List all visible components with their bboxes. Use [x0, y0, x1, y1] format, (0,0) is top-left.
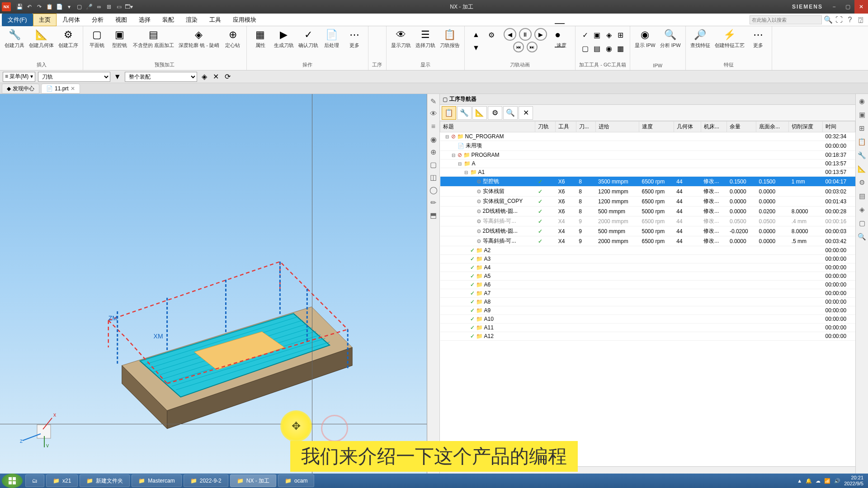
- cube2-icon[interactable]: ⬒: [428, 210, 439, 221]
- menu-render[interactable]: 渲染: [180, 14, 203, 26]
- help-icon[interactable]: ?: [845, 15, 854, 24]
- col-machine[interactable]: 机床...: [701, 122, 727, 132]
- menu-tools[interactable]: 工具: [203, 14, 227, 26]
- close-panel-button[interactable]: ✕: [519, 106, 533, 120]
- menu-application[interactable]: 应用模块: [227, 14, 262, 26]
- section-icon[interactable]: ◫: [428, 172, 439, 183]
- tab-active-file[interactable]: 📄 11.prt ✕: [41, 84, 80, 94]
- arrow-down-icon[interactable]: ▼: [469, 42, 483, 54]
- col-time[interactable]: 时间: [823, 122, 855, 132]
- table-row[interactable]: ⚙型腔铣 ✓X683500 mmpm6500 rpm44修改...0.15000…: [440, 177, 855, 187]
- create-operation-button[interactable]: ⚙创建工序: [57, 27, 80, 49]
- menu-select[interactable]: 选择: [133, 14, 156, 26]
- start-button[interactable]: [2, 474, 23, 488]
- mic-icon[interactable]: 🎤: [85, 3, 93, 11]
- table-row[interactable]: ⊟⊘📁NC_PROGRAM 00:32:34: [440, 132, 855, 141]
- save-icon[interactable]: 💾: [15, 3, 24, 11]
- table-row[interactable]: ⚙2D线精铣-圆... ✓X49500 mmpm5000 rpm44修改...-…: [440, 226, 855, 236]
- analyze-ipw-button[interactable]: 🔍分析 IPW: [658, 27, 683, 49]
- skip-fwd-icon[interactable]: ⏭: [527, 42, 538, 52]
- menu-geometry[interactable]: 几何体: [57, 14, 86, 26]
- st-icon-2[interactable]: ✕: [212, 72, 221, 81]
- copy-icon[interactable]: 📋: [45, 3, 53, 11]
- face-mill-button[interactable]: ▢平面铣: [86, 27, 108, 49]
- config-icon[interactable]: ⚙: [485, 29, 498, 41]
- pencil-icon[interactable]: ✎: [428, 96, 439, 107]
- rt-icon-6[interactable]: 📐: [857, 164, 868, 174]
- postprocess-button[interactable]: 📄后处理: [321, 27, 343, 49]
- layer-icon[interactable]: ≡: [428, 121, 439, 132]
- rt-icon-2[interactable]: ▣: [857, 109, 868, 120]
- table-row[interactable]: ⚙等高斜插-可... ✓X492000 mmpm6500 rpm44修改...0…: [440, 236, 855, 246]
- play-icon[interactable]: ▶: [534, 28, 547, 41]
- toolpath-report-button[interactable]: 📋刀轨报告: [438, 27, 462, 49]
- axis-triad[interactable]: z x y: [18, 402, 63, 447]
- arrow-up-icon[interactable]: ▲: [469, 29, 483, 41]
- generate-button[interactable]: ▶生成刀轨: [272, 27, 296, 49]
- grid-icon[interactable]: ⊞: [105, 3, 113, 11]
- rt-icon-8[interactable]: ▤: [857, 191, 868, 202]
- select-toolpath-button[interactable]: ☰选择刀轨: [414, 27, 437, 49]
- rt-icon-11[interactable]: 🔍: [857, 231, 868, 242]
- gc-icon-1[interactable]: ✓: [580, 29, 591, 41]
- search-input[interactable]: [750, 15, 822, 24]
- table-row[interactable]: ✓📁A9 00:00:00: [440, 306, 855, 315]
- geometry-view-button[interactable]: 📐: [472, 106, 487, 120]
- menu-analysis[interactable]: 分析: [86, 14, 109, 26]
- speed-slider[interactable]: —●—速度: [551, 27, 572, 49]
- step-back-icon[interactable]: ◀: [504, 28, 516, 41]
- redo-icon[interactable]: ↷: [35, 3, 43, 11]
- menu-file[interactable]: 文件(F): [2, 14, 33, 26]
- col-depth[interactable]: 切削深度: [789, 122, 823, 132]
- taskbar-item[interactable]: 📁NX - 加工: [230, 474, 276, 487]
- show-ipw-button[interactable]: ◉显示 IPW: [633, 27, 657, 49]
- col-stock[interactable]: 余量: [727, 122, 756, 132]
- table-row[interactable]: ✓📁A4 00:00:00: [440, 263, 855, 272]
- maximize-button[interactable]: ▢: [841, 0, 854, 14]
- centerdrill-button[interactable]: ⊕定心钻: [222, 27, 244, 49]
- gc-icon-8[interactable]: ▦: [615, 42, 626, 54]
- st-icon-3[interactable]: ⟳: [223, 72, 232, 81]
- filter-icon[interactable]: ▼: [113, 72, 122, 81]
- gc-icon-2[interactable]: ▣: [592, 29, 603, 41]
- col-tpath[interactable]: 刀轨: [535, 122, 556, 132]
- menu-dropdown-button[interactable]: ≡ 菜单(M) ▾: [3, 72, 35, 82]
- verify-button[interactable]: ✓确认刀轨: [297, 27, 320, 49]
- col-geom[interactable]: 几何体: [674, 122, 701, 132]
- help-dropdown-icon[interactable]: ⍰: [856, 15, 865, 24]
- program-view-button[interactable]: 📋: [442, 106, 456, 120]
- st-icon-1[interactable]: ◈: [200, 72, 209, 81]
- machine-view-button[interactable]: 🔧: [457, 106, 472, 120]
- tray-icon-3[interactable]: ☁: [816, 478, 821, 484]
- table-row[interactable]: ✓📁A7 00:00:00: [440, 289, 855, 298]
- col-tool[interactable]: 工具: [556, 122, 576, 132]
- method-view-button[interactable]: ⚙: [488, 106, 502, 120]
- navigator-table[interactable]: 标题 刀轨 工具 刀... 进给 速度 几何体 机床... 余量 底面余... …: [440, 121, 855, 466]
- task-explorer[interactable]: 🗂: [25, 474, 44, 487]
- cube-icon[interactable]: ◉: [428, 134, 439, 145]
- undo-icon[interactable]: ↶: [25, 3, 33, 11]
- filter-combo-1[interactable]: 刀轨: [38, 72, 110, 82]
- pencil2-icon[interactable]: ✏: [428, 197, 439, 208]
- 3d-viewport[interactable]: ZM XM z x y: [0, 94, 427, 474]
- pause-icon[interactable]: ⏸: [519, 28, 532, 41]
- rt-icon-9[interactable]: ◈: [857, 204, 868, 215]
- table-row[interactable]: ✓📁A2 00:00:00: [440, 246, 855, 255]
- floor-wall-button[interactable]: ▤不含壁的 底面加工: [131, 27, 176, 49]
- table-row[interactable]: ⚙实体残留_COPY ✓X681200 mmpm6500 rpm44修改...0…: [440, 197, 855, 206]
- cavity-mill-button[interactable]: ▣型腔铣: [108, 27, 130, 49]
- table-row[interactable]: ✓📁A12 00:00:00: [440, 332, 855, 341]
- col-feed[interactable]: 进给: [595, 122, 639, 132]
- rt-icon-7[interactable]: ⚙: [857, 177, 868, 188]
- col-dia[interactable]: 刀...: [576, 122, 595, 132]
- rt-icon-5[interactable]: 🔧: [857, 150, 868, 161]
- sphere-icon[interactable]: ◯: [428, 184, 439, 195]
- taskbar-item[interactable]: 📁新建文件夹: [80, 474, 130, 487]
- table-row[interactable]: ⊟📁A1 00:13:57: [440, 168, 855, 177]
- table-row[interactable]: ✓📁A3 00:00:00: [440, 255, 855, 263]
- table-row[interactable]: ✓📁A11 00:00:00: [440, 324, 855, 332]
- table-row[interactable]: ⊟⊘📁PROGRAM 00:18:37: [440, 151, 855, 160]
- table-row[interactable]: ✓📁A5 00:00:00: [440, 272, 855, 281]
- table-row[interactable]: ✓📁A6 00:00:00: [440, 281, 855, 289]
- layout-icon[interactable]: ▭: [115, 3, 123, 11]
